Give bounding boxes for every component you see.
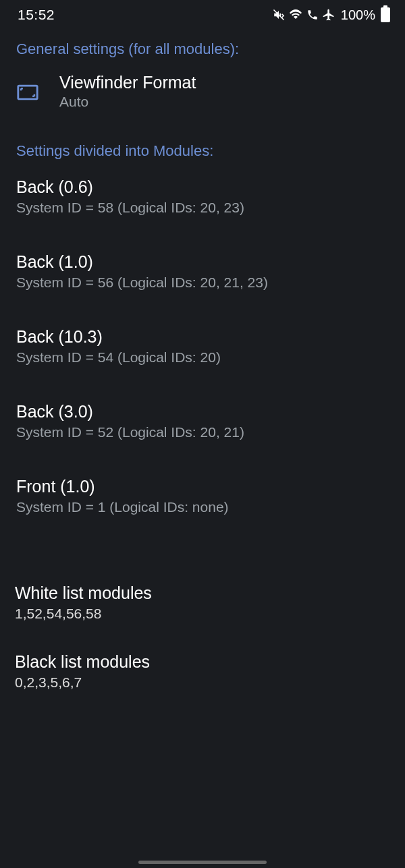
module-title: Back (10.3) [16,327,389,347]
status-time: 15:52 [18,7,55,23]
blacklist-title: Black list modules [15,652,390,672]
section-header-modules: Settings divided into Modules: [0,130,405,164]
module-row[interactable]: Front (1.0) System ID = 1 (Logical IDs: … [0,463,405,527]
module-row[interactable]: Back (10.3) System ID = 54 (Logical IDs:… [0,314,405,378]
viewfinder-title: Viewfinder Format [59,73,196,92]
airplane-icon [322,8,335,22]
module-subtitle: System ID = 54 (Logical IDs: 20) [16,349,389,366]
aspect-ratio-icon [16,81,38,103]
module-title: Back (1.0) [16,252,389,272]
module-title: Back (0.6) [16,177,389,197]
whitelist-row[interactable]: White list modules 1,52,54,56,58 [0,573,405,631]
module-subtitle: System ID = 52 (Logical IDs: 20, 21) [16,424,389,440]
call-icon [306,9,319,21]
blacklist-value: 0,2,3,5,6,7 [15,674,390,691]
module-row[interactable]: Back (0.6) System ID = 58 (Logical IDs: … [0,164,405,228]
module-title: Back (3.0) [16,402,389,422]
status-icons-group [272,8,335,22]
blacklist-row[interactable]: Black list modules 0,2,3,5,6,7 [0,642,405,700]
whitelist-title: White list modules [15,583,390,603]
module-subtitle: System ID = 56 (Logical IDs: 20, 21, 23) [16,274,389,291]
wifi-icon [288,9,303,21]
module-row[interactable]: Back (3.0) System ID = 52 (Logical IDs: … [0,388,405,453]
viewfinder-format-row[interactable]: Viewfinder Format Auto [0,62,405,119]
viewfinder-value: Auto [59,94,196,110]
module-subtitle: System ID = 1 (Logical IDs: none) [16,499,389,515]
module-subtitle: System ID = 58 (Logical IDs: 20, 23) [16,200,389,216]
section-header-general: General settings (for all modules): [0,28,405,62]
battery-icon [381,7,390,22]
status-bar: 15:52 100% [0,0,405,28]
mute-icon [272,9,286,21]
whitelist-value: 1,52,54,56,58 [15,606,390,622]
module-row[interactable]: Back (1.0) System ID = 56 (Logical IDs: … [0,239,405,303]
status-right: 100% [272,7,390,23]
module-title: Front (1.0) [16,477,389,496]
battery-percent: 100% [341,7,375,23]
home-indicator[interactable] [138,861,267,864]
